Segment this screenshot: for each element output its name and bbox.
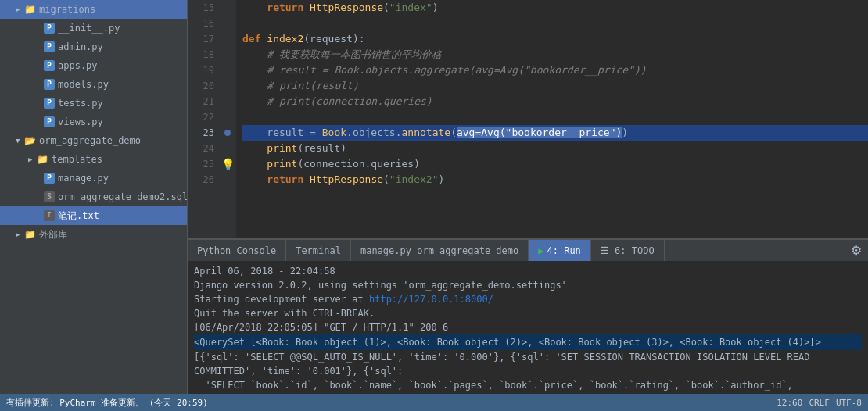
code-line-23: result = Book.objects.annotate(avg=Avg("… [242, 125, 868, 141]
sidebar-item-views[interactable]: P views.py [0, 113, 187, 131]
sidebar-item-label: admin.py [58, 39, 103, 55]
sidebar-item-sql[interactable]: S orm_aggregate_demo2.sql [0, 188, 187, 206]
sidebar-item-label: models.py [58, 77, 109, 92]
editor: 15 16 17 18 19 20 21 22 23 24 25 26 [188, 0, 868, 394]
main-area: 📁 migrations P __init__.py P admin.py P … [0, 0, 868, 394]
line-num-26: 26 [188, 172, 214, 188]
sidebar-item-notes[interactable]: T 笔记.txt [0, 206, 187, 225]
code-line-18: # 我要获取每一本图书销售的平均价格 [242, 47, 868, 63]
sidebar-item-tests[interactable]: P tests.py [0, 94, 187, 113]
sidebar-item-label: apps.py [58, 58, 98, 73]
tab-python-console[interactable]: Python Console [188, 240, 286, 261]
code-line-26: return HttpResponse("index2") [242, 172, 868, 188]
line-num-22: 22 [188, 109, 214, 125]
status-update-text: 有插件更新: PyCharm 准备更新。 (今天 20:59) [6, 397, 208, 409]
tab-terminal[interactable]: Terminal [286, 240, 351, 261]
tab-todo[interactable]: ☰ 6: TODO [591, 240, 665, 261]
py-icon: P [44, 41, 55, 52]
gutter-19 [219, 63, 236, 78]
run-line-2: Django version 2.0.2, using settings 'or… [194, 278, 862, 292]
gutter-17 [219, 31, 236, 47]
code-line-22 [242, 109, 868, 125]
code-text: # print(result) [242, 78, 359, 94]
gutter-23 [219, 125, 236, 141]
status-left: 有插件更新: PyCharm 准备更新。 (今天 20:59) [6, 397, 208, 409]
tab-label: manage.py orm_aggregate_demo [360, 245, 518, 256]
sidebar-item-label: migrations [39, 2, 95, 17]
gutter-25: 💡 [219, 156, 236, 172]
line-num-25: 25 [188, 156, 214, 172]
line-num-21: 21 [188, 94, 214, 109]
sidebar-item-init[interactable]: P __init__.py [0, 19, 187, 38]
bottom-panel: Python Console Terminal manage.py orm_ag… [188, 238, 868, 394]
sidebar-item-models[interactable]: P models.py [0, 75, 187, 94]
code-content[interactable]: return HttpResponse("index") def index2(… [236, 0, 868, 238]
run-line-7: [{'sql': 'SELECT @@SQL_AUTO_IS_NULL', 't… [194, 350, 862, 378]
sidebar-item-manage[interactable]: P manage.py [0, 169, 187, 188]
run-line-1: April 06, 2018 - 22:04:58 [194, 264, 862, 278]
code-text: # print(connection.queries) [242, 94, 432, 109]
line-num-19: 19 [188, 63, 214, 78]
code-line-17: def index2(request): [242, 31, 868, 47]
sidebar-item-migrations[interactable]: 📁 migrations [0, 0, 187, 19]
run-icon: ▶ [538, 245, 543, 256]
sidebar-item-label: templates [52, 152, 102, 167]
sidebar-item-orm-folder[interactable]: 📂 orm_aggregate_demo [0, 131, 187, 150]
code-text: return HttpResponse("index2") [242, 172, 444, 188]
sidebar-item-label: 外部库 [39, 227, 67, 242]
sidebar-item-external[interactable]: 📁 外部库 [0, 225, 187, 244]
py-icon: P [44, 60, 55, 71]
triangle-icon [16, 2, 23, 17]
folder-icon: 📂 [23, 134, 36, 147]
server-link[interactable]: http://127.0.0.1:8000/ [369, 294, 493, 305]
py-icon: P [44, 79, 55, 90]
code-text: def index2(request): [242, 31, 365, 47]
code-line-21: # print(connection.queries) [242, 94, 868, 109]
code-text: print(connection.queries) [242, 156, 420, 172]
tab-run[interactable]: ▶ 4: Run [529, 240, 591, 261]
run-line-4: Quit the server with CTRL-BREAK. [194, 306, 862, 320]
run-line-8: 'SELECT `book`.`id`, `book`.`name`, `boo… [194, 378, 862, 394]
gutter-16 [219, 16, 236, 31]
bulb-icon[interactable]: 💡 [221, 156, 235, 172]
line-numbers: 15 16 17 18 19 20 21 22 23 24 25 26 [188, 0, 219, 238]
sidebar-item-label: 笔记.txt [58, 208, 99, 223]
line-num-17: 17 [188, 31, 214, 47]
sidebar-item-label: tests.py [58, 95, 103, 111]
folder-icon: 📁 [36, 153, 48, 166]
folder-icon: 📁 [23, 3, 36, 16]
status-right: 12:60 CRLF UTF-8 [777, 398, 862, 408]
py-icon: P [44, 98, 55, 109]
sidebar-item-label: views.py [58, 114, 103, 130]
triangle-icon [16, 227, 23, 242]
sidebar-item-label: manage.py [58, 170, 109, 186]
code-line-20: # print(result) [242, 78, 868, 94]
code-text: # 我要获取每一本图书销售的平均价格 [242, 47, 442, 63]
code-text: return HttpResponse("index") [242, 0, 438, 16]
sidebar-item-apps[interactable]: P apps.py [0, 56, 187, 75]
triangle-icon [28, 152, 36, 167]
sidebar-item-templates[interactable]: 📁 templates [0, 150, 187, 169]
triangle-icon [16, 133, 23, 148]
tab-manage[interactable]: manage.py orm_aggregate_demo [351, 240, 529, 261]
bottom-content: April 06, 2018 - 22:04:58 Django version… [188, 261, 868, 394]
py-icon: P [44, 23, 55, 34]
settings-button[interactable]: ⚙ [845, 240, 868, 261]
line-num-20: 20 [188, 78, 214, 94]
tab-label: Terminal [296, 245, 341, 256]
folder-icon: 📁 [23, 228, 36, 241]
status-position: 12:60 [777, 398, 802, 408]
gutter-column: 💡 [219, 0, 236, 238]
code-line-15: return HttpResponse("index") [242, 0, 868, 16]
line-num-18: 18 [188, 47, 214, 63]
status-line-ending: CRLF [809, 398, 830, 408]
code-line-24: print(result) [242, 141, 868, 156]
sidebar-item-admin[interactable]: P admin.py [0, 38, 187, 56]
code-area: 15 16 17 18 19 20 21 22 23 24 25 26 [188, 0, 868, 238]
code-text: # result = Book.objects.aggregate(avg=Av… [242, 63, 647, 78]
code-line-25: print(connection.queries) [242, 156, 868, 172]
py-icon: P [44, 116, 55, 127]
breakpoint-indicator [224, 130, 231, 136]
bottom-tabs: Python Console Terminal manage.py orm_ag… [188, 239, 868, 261]
tab-label: 4: Run [547, 245, 580, 256]
